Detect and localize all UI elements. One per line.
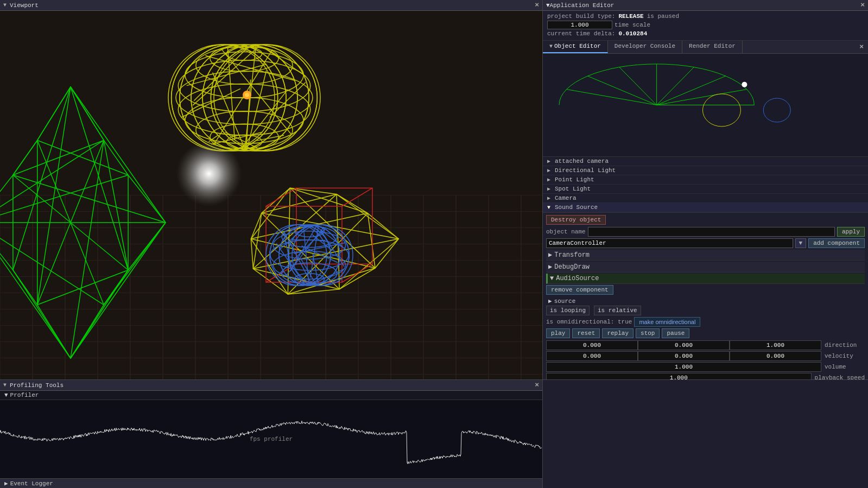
source-arrow: ▶ — [548, 297, 552, 305]
app-editor-close[interactable]: × — [860, 1, 865, 9]
stop-btn[interactable]: stop — [636, 328, 660, 338]
velocity-label: velocity — [821, 353, 865, 359]
fps-graph: fps profiler — [0, 400, 542, 478]
tree-label-1: Directional Light — [555, 167, 616, 174]
velocity-y[interactable] — [638, 351, 730, 361]
volume-value[interactable] — [546, 362, 821, 372]
tabs-bar: ▼Object Editor Developer Console Render … — [543, 41, 868, 54]
velocity-row: velocity — [546, 351, 865, 361]
playback-speed-label: playback speed — [812, 375, 865, 379]
tree-item-point-light[interactable]: ▶ Point Light — [543, 175, 868, 185]
app-editor-bar: ▼ Application Editor × — [543, 0, 868, 11]
volume-row: volume — [546, 362, 865, 372]
tabs-close[interactable]: × — [855, 41, 868, 53]
velocity-z[interactable] — [730, 351, 821, 361]
component-select-row: ▼ add component — [546, 238, 865, 248]
component-audiosource-header[interactable]: ▼ AudioSource — [546, 274, 865, 284]
audiosource-arrow: ▼ — [550, 275, 554, 282]
viewport-titlebar: ▼ Viewport × — [0, 0, 542, 11]
bottom-row: ▼ Profiling Tools × ▼ Profiler fps profi… — [0, 379, 868, 488]
direction-label: direction — [821, 342, 865, 348]
replay-btn[interactable]: replay — [602, 328, 633, 338]
event-logger-arrow: ▶ — [4, 480, 8, 487]
profiling-close[interactable]: × — [535, 381, 539, 389]
time-scale-label: time scale — [614, 22, 650, 28]
tree-label-4: Camera — [555, 195, 576, 201]
debugdraw-label: DebugDraw — [554, 263, 590, 271]
profiling-title: Profiling Tools — [10, 382, 64, 389]
build-type-value: RELEASE — [618, 13, 643, 20]
dropdown-arrow[interactable]: ▼ — [795, 238, 807, 248]
playback-speed-value[interactable] — [546, 373, 812, 379]
profiling-titlebar: ▼ Profiling Tools × — [0, 380, 542, 391]
tree-arrow-4: ▶ — [547, 195, 553, 201]
velocity-x[interactable] — [546, 351, 638, 361]
object-name-label: object name — [546, 229, 586, 235]
app-editor-title: Application Editor — [550, 2, 614, 9]
direction-x[interactable] — [546, 340, 638, 350]
right-bottom-panel — [543, 380, 868, 488]
component-debugdraw-header[interactable]: ▶ DebugDraw — [546, 262, 865, 272]
event-logger-bar[interactable]: ▶ Event Logger — [0, 478, 542, 488]
destroy-object-btn[interactable]: Destroy object — [546, 215, 606, 225]
tab-developer-console[interactable]: Developer Console — [608, 41, 682, 53]
omnidirectional-row: is omnidirectional: true make omnidirect… — [546, 317, 865, 327]
viewport-panel: ▼ Viewport × — [0, 0, 543, 379]
add-component-btn[interactable]: add component — [808, 238, 865, 248]
profiler-label: Profiler — [10, 392, 39, 398]
apply-btn[interactable]: apply — [837, 227, 865, 237]
reset-btn[interactable]: reset — [572, 328, 600, 338]
right-panel: ▼ Application Editor × project build typ… — [543, 0, 868, 379]
tree-label-3: Spot Light — [555, 186, 591, 192]
direction-z[interactable] — [730, 340, 821, 350]
tree-label-0: attached camera — [555, 158, 609, 164]
is-relative-btn[interactable]: is relative — [594, 306, 641, 315]
viewport-title: Viewport — [10, 2, 39, 9]
play-btn[interactable]: play — [546, 328, 570, 338]
playback-speed-row: playback speed — [546, 373, 865, 379]
direction-row: direction — [546, 340, 865, 350]
direction-y[interactable] — [638, 340, 730, 350]
scene-canvas — [0, 11, 542, 379]
remove-component-btn[interactable]: remove component — [546, 285, 613, 295]
profiler-section: ▼ Profiler fps profiler — [0, 391, 542, 478]
tree-arrow-5: ▼ — [547, 205, 553, 211]
app-info-section: project build type: RELEASE is paused ti… — [543, 11, 868, 41]
viewport-close[interactable]: × — [535, 1, 539, 9]
viewport-canvas[interactable] — [0, 11, 542, 379]
profiling-triangle: ▼ — [3, 382, 7, 388]
playback-buttons: play reset replay stop pause — [546, 328, 865, 338]
component-transform-header[interactable]: ▶ Transform — [546, 250, 865, 261]
make-omnidirectional-btn[interactable]: make omnidirectional — [634, 317, 700, 327]
profiler-arrow: ▼ — [4, 392, 8, 398]
tree-item-directional-light[interactable]: ▶ Directional Light — [543, 166, 868, 175]
component-name-input[interactable] — [546, 238, 793, 248]
transform-label: Transform — [554, 251, 590, 259]
profiling-panel: ▼ Profiling Tools × ▼ Profiler fps profi… — [0, 380, 543, 488]
audiosource-label: AudioSource — [556, 275, 599, 282]
tree-label-2: Point Light — [555, 176, 594, 183]
looping-relative-row: is looping is relative — [546, 306, 865, 315]
tree-item-attached-camera[interactable]: ▶ attached camera — [543, 157, 868, 166]
transform-arrow: ▶ — [548, 251, 552, 259]
event-logger-label: Event Logger — [10, 480, 53, 487]
tree-arrow-3: ▶ — [547, 186, 553, 192]
viewport-triangle: ▼ — [3, 2, 7, 8]
source-header[interactable]: ▶ source — [546, 296, 865, 306]
timescale-input[interactable] — [547, 21, 612, 29]
object-name-input[interactable] — [588, 227, 835, 237]
source-label: source — [554, 298, 576, 305]
tree-item-sound-source[interactable]: ▼ Sound Source — [543, 203, 868, 212]
is-paused-label: is paused — [647, 13, 679, 20]
pause-btn[interactable]: pause — [662, 328, 689, 338]
fps-label: fps profiler — [250, 436, 293, 442]
object-name-row: object name apply — [546, 227, 865, 237]
volume-label: volume — [821, 364, 865, 370]
is-looping-btn[interactable]: is looping — [546, 306, 590, 315]
tree-item-spot-light[interactable]: ▶ Spot Light — [543, 185, 868, 194]
tree-arrow-0: ▶ — [547, 158, 553, 164]
tab-object-editor[interactable]: ▼Object Editor — [543, 41, 608, 53]
mini-canvas — [543, 54, 868, 156]
tree-item-camera[interactable]: ▶ Camera — [543, 194, 868, 203]
tab-render-editor[interactable]: Render Editor — [682, 41, 743, 53]
